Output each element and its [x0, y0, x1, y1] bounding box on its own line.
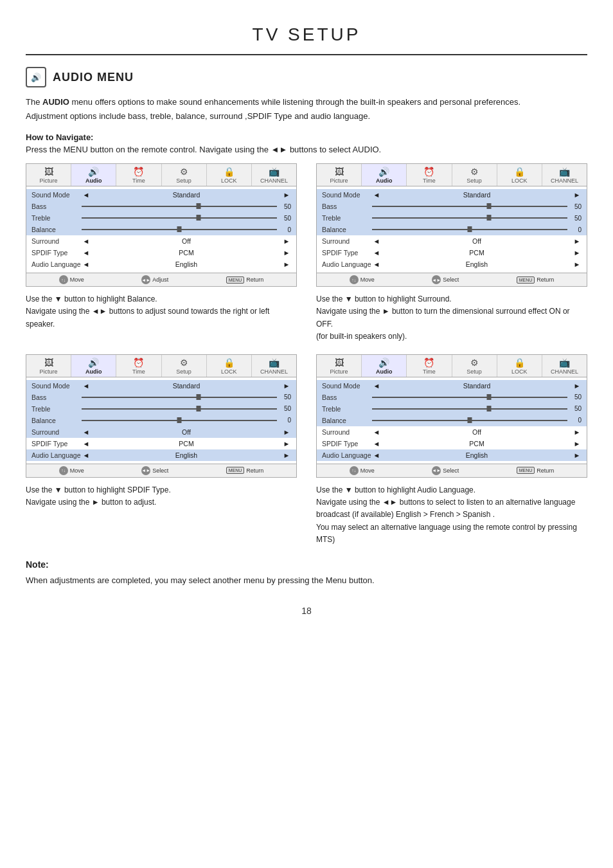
topbar4-audio: 🔊Audio — [362, 355, 407, 377]
topbar3-setup: ⚙Setup — [162, 355, 207, 377]
topbar-4: 🖼Picture 🔊Audio ⏰Time ⚙Setup 🔒LOCK 📺CHAN… — [317, 355, 587, 377]
tv-menu-1: 🖼Picture 🔊Audio ⏰Time ⚙Setup 🔒LOCK 📺CHAN… — [26, 163, 297, 287]
row-treble-2: Treble 50 — [317, 212, 587, 224]
topbar2-channel: 📺CHANNEL — [542, 164, 587, 186]
topbar3-picture: 🖼Picture — [26, 355, 71, 377]
topbar3-channel: 📺CHANNEL — [252, 355, 296, 377]
row-balance-1: Balance 0 — [26, 224, 296, 235]
topbar4-lock: 🔒LOCK — [497, 355, 542, 377]
row-audiolang-3: Audio Language ◄ English ► — [26, 449, 296, 461]
topbar4-setup: ⚙Setup — [452, 355, 497, 377]
topbar3-lock: 🔒LOCK — [207, 355, 252, 377]
row-balance-4: Balance 0 — [317, 415, 587, 426]
menu-rows-3: Sound Mode ◄ Standard ► Bass 50 Treble — [26, 377, 296, 464]
desc-1: Use the ▼ button to highlight Balance. N… — [26, 293, 297, 330]
topbar-audio: 🔊Audio — [71, 164, 116, 186]
topbar-3: 🖼Picture 🔊Audio ⏰Time ⚙Setup 🔒LOCK 📺CHAN… — [26, 355, 296, 377]
topbar-2: 🖼Picture 🔊Audio ⏰Time ⚙Setup 🔒LOCK 📺CHAN… — [317, 164, 587, 186]
row-spdif-2: SPDIF Type ◄ PCM ► — [317, 247, 587, 258]
row-treble-4: Treble 50 — [317, 403, 587, 415]
section-title: AUDIO MENU — [53, 71, 134, 84]
nav-heading: How to Navigate: — [26, 132, 587, 142]
panel-block-3: 🖼Picture 🔊Audio ⏰Time ⚙Setup 🔒LOCK 📺CHAN… — [26, 354, 297, 546]
row-spdif-1: SPDIF Type ◄ PCM ► — [26, 247, 296, 258]
tv-menu-4: 🖼Picture 🔊Audio ⏰Time ⚙Setup 🔒LOCK 📺CHAN… — [316, 354, 587, 478]
row-sound-mode-4: Sound Mode ◄ Standard ► — [317, 380, 587, 392]
topbar-lock: 🔒LOCK — [207, 164, 252, 186]
row-bass-4: Bass 50 — [317, 392, 587, 403]
topbar-channel: 📺CHANNEL — [252, 164, 296, 186]
topbar2-setup: ⚙Setup — [452, 164, 497, 186]
panels-grid: 🖼Picture 🔊Audio ⏰Time ⚙Setup 🔒LOCK 📺CHAN… — [26, 163, 587, 546]
row-audiolang-2: Audio Language ◄ English ► — [317, 258, 587, 270]
row-surround-4: Surround ◄ Off ► — [317, 426, 587, 438]
tv-menu-2: 🖼Picture 🔊Audio ⏰Time ⚙Setup 🔒LOCK 📺CHAN… — [316, 163, 587, 287]
row-treble-3: Treble 50 — [26, 403, 296, 415]
topbar2-audio: 🔊Audio — [362, 164, 407, 186]
note-text: When adjustments are completed, you may … — [26, 574, 587, 588]
note-title: Note: — [26, 557, 587, 572]
topbar-time: ⏰Time — [116, 164, 161, 186]
desc-2: Use the ▼ button to highlight Surround. … — [316, 293, 587, 343]
row-spdif-3: SPDIF Type ◄ PCM ► — [26, 438, 296, 449]
topbar2-lock: 🔒LOCK — [497, 164, 542, 186]
audio-icon: 🔊 — [26, 67, 46, 87]
panel-block-2: 🖼Picture 🔊Audio ⏰Time ⚙Setup 🔒LOCK 📺CHAN… — [316, 163, 587, 343]
row-bass-2: Bass 50 — [317, 201, 587, 212]
topbar3-time: ⏰Time — [116, 355, 161, 377]
bottom-bar-4: ↑↓ Move ◄► Select MENU Return — [317, 464, 587, 477]
row-sound-mode-1: Sound Mode ◄ Standard ► — [26, 189, 296, 201]
topbar4-picture: 🖼Picture — [317, 355, 362, 377]
bottom-bar-1: ↑↓ Move ◄► Adjust MENU Return — [26, 273, 296, 286]
row-audiolang-4: Audio Language ◄ English ► — [317, 449, 587, 461]
topbar2-time: ⏰Time — [407, 164, 452, 186]
note-section: Note: When adjustments are completed, yo… — [26, 557, 587, 588]
row-balance-3: Balance 0 — [26, 415, 296, 426]
row-surround-2: Surround ◄ Off ► — [317, 235, 587, 247]
menu-rows-4: Sound Mode ◄ Standard ► Bass 50 Treble — [317, 377, 587, 464]
row-surround-3: Surround ◄ Off ► — [26, 426, 296, 438]
bottom-bar-3: ↑↓ Move ◄► Select MENU Return — [26, 464, 296, 477]
panel-block-4: 🖼Picture 🔊Audio ⏰Time ⚙Setup 🔒LOCK 📺CHAN… — [316, 354, 587, 546]
row-bass-3: Bass 50 — [26, 392, 296, 403]
menu-rows-2: Sound Mode ◄ Standard ► Bass 50 Treble — [317, 186, 587, 273]
row-bass-1: Bass 50 — [26, 201, 296, 212]
desc-4: Use the ▼ button to highlight Audio Lang… — [316, 484, 587, 546]
bottom-bar-2: ↑↓ Move ◄► Select MENU Return — [317, 273, 587, 286]
desc-3: Use the ▼ button to highlight SPDIF Type… — [26, 484, 297, 509]
topbar4-time: ⏰Time — [407, 355, 452, 377]
topbar-1: 🖼Picture 🔊Audio ⏰Time ⚙Setup 🔒LOCK 📺CHAN… — [26, 164, 296, 186]
panel-block-1: 🖼Picture 🔊Audio ⏰Time ⚙Setup 🔒LOCK 📺CHAN… — [26, 163, 297, 343]
row-sound-mode-3: Sound Mode ◄ Standard ► — [26, 380, 296, 392]
topbar3-audio: 🔊Audio — [71, 355, 116, 377]
page-title: TV SETUP — [26, 13, 587, 55]
topbar2-picture: 🖼Picture — [317, 164, 362, 186]
page-number: 18 — [26, 606, 587, 616]
row-spdif-4: SPDIF Type ◄ PCM ► — [317, 438, 587, 449]
row-treble-1: Treble 50 — [26, 212, 296, 224]
nav-text: Press the MENU button on the remote cont… — [26, 145, 587, 154]
tv-menu-3: 🖼Picture 🔊Audio ⏰Time ⚙Setup 🔒LOCK 📺CHAN… — [26, 354, 297, 478]
row-sound-mode-2: Sound Mode ◄ Standard ► — [317, 189, 587, 201]
topbar-picture: 🖼Picture — [26, 164, 71, 186]
row-audiolang-1: Audio Language ◄ English ► — [26, 258, 296, 270]
section-header: 🔊 AUDIO MENU — [26, 67, 587, 87]
intro-text: The AUDIO menu offers options to make so… — [26, 95, 587, 123]
topbar4-channel: 📺CHANNEL — [542, 355, 587, 377]
menu-rows-1: Sound Mode ◄ Standard ► Bass 50 Treble — [26, 186, 296, 273]
topbar-setup: ⚙Setup — [162, 164, 207, 186]
row-balance-2: Balance 0 — [317, 224, 587, 235]
row-surround-1: Surround ◄ Off ► — [26, 235, 296, 247]
